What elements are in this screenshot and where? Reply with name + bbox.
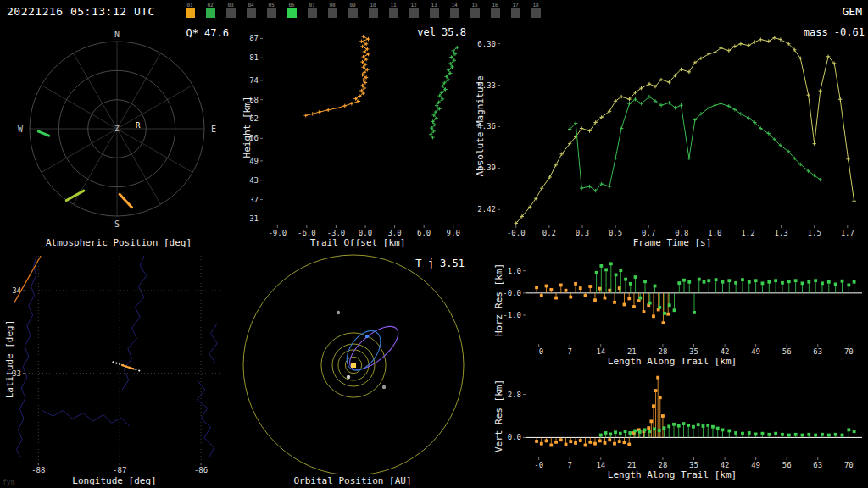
svg-text:87: 87 xyxy=(249,34,259,42)
svg-text:1.3: 1.3 xyxy=(774,229,787,237)
ground-map-plot: -88-87-863433 xyxy=(0,252,229,474)
orbital-position-plot xyxy=(231,252,475,474)
svg-text:1.0: 1.0 xyxy=(708,229,721,237)
svg-text:1.7: 1.7 xyxy=(841,229,854,237)
station-id: 09 xyxy=(349,2,355,8)
svg-text:-0: -0 xyxy=(534,347,543,356)
svg-text:1.2: 1.2 xyxy=(741,229,754,237)
station-id: 14 xyxy=(451,2,457,8)
station-indicator[interactable] xyxy=(267,8,276,18)
svg-text:31: 31 xyxy=(249,214,259,223)
station-indicator[interactable] xyxy=(450,8,459,18)
station-id: 13 xyxy=(431,2,437,8)
svg-text:43: 43 xyxy=(249,176,259,185)
svg-text:0.8: 0.8 xyxy=(675,229,688,237)
station-indicator[interactable] xyxy=(206,8,215,18)
svg-text:56: 56 xyxy=(782,461,792,469)
svg-text:56: 56 xyxy=(782,347,792,356)
longitude-xlabel: Longitude [deg] xyxy=(0,475,229,486)
mass-value: mass -0.61 xyxy=(749,26,865,38)
svg-text:28: 28 xyxy=(659,461,668,469)
svg-text:1.0: 1.0 xyxy=(508,267,521,275)
station-indicator[interactable] xyxy=(531,8,541,18)
svg-text:7: 7 xyxy=(568,347,572,356)
svg-text:7: 7 xyxy=(568,461,572,469)
station-id: 18 xyxy=(532,2,538,8)
station-indicator[interactable] xyxy=(470,8,480,18)
tisserand-value: T_j 3.51 xyxy=(364,258,465,269)
trail-green xyxy=(38,131,48,136)
vert-res-plot: -071421283542495663702.80.0 xyxy=(476,369,868,480)
station-indicator[interactable] xyxy=(348,8,358,18)
series-camera-1 xyxy=(304,35,370,118)
shower-code: GEM xyxy=(843,5,862,18)
station-indicator[interactable] xyxy=(226,8,236,18)
q-star-value: Q* 47.6 xyxy=(127,27,229,39)
sun-marker xyxy=(351,363,356,368)
station-indicator[interactable] xyxy=(511,8,520,18)
svg-text:3.0: 3.0 xyxy=(387,229,401,237)
trail-yellowgreen xyxy=(66,191,84,200)
svg-text:R: R xyxy=(136,121,141,130)
length-along-trail-xlabel-1: Length Along Trail [km] xyxy=(476,356,868,367)
svg-text:63: 63 xyxy=(813,461,822,469)
svg-text:42: 42 xyxy=(721,347,730,356)
series-river-south xyxy=(42,411,130,427)
svg-text:6.0: 6.0 xyxy=(417,229,431,237)
svg-text:35: 35 xyxy=(689,461,698,469)
svg-text:0.2: 0.2 xyxy=(542,229,556,237)
watermark: fym xyxy=(3,479,14,486)
station-id: 16 xyxy=(492,2,498,8)
svg-text:1.5: 1.5 xyxy=(808,229,821,237)
svg-text:0.0: 0.0 xyxy=(359,229,372,237)
svg-text:-6.30: -6.30 xyxy=(476,40,496,48)
svg-text:0.7: 0.7 xyxy=(642,229,655,237)
svg-text:S: S xyxy=(114,219,120,229)
body-a-marker xyxy=(337,311,340,314)
svg-text:21: 21 xyxy=(627,347,637,356)
svg-text:21: 21 xyxy=(627,461,637,469)
svg-text:Z: Z xyxy=(114,125,120,133)
station-id: 11 xyxy=(390,2,396,8)
station-indicator[interactable] xyxy=(389,8,398,18)
latitude-ylabel: Latitude [deg] xyxy=(4,320,15,399)
station-id: 07 xyxy=(309,2,314,8)
body-c-marker xyxy=(347,375,350,379)
vert-res-ylabel: Vert Res [km] xyxy=(493,380,504,452)
lightcurve-plot: -0.00.20.30.50.70.81.01.21.31.51.7-6.30-… xyxy=(476,22,868,237)
station-id: 05 xyxy=(268,2,274,8)
station-indicator[interactable] xyxy=(369,8,378,18)
secondary-orbit xyxy=(340,324,387,376)
length-along-trail-xlabel-2: Length Along Trail [km] xyxy=(476,469,868,480)
svg-text:0.3: 0.3 xyxy=(576,229,589,237)
svg-text:49: 49 xyxy=(751,347,760,356)
station-id: 15 xyxy=(471,2,477,8)
station-id: 08 xyxy=(329,2,335,8)
body-b-marker xyxy=(382,385,386,389)
station-id: 01 xyxy=(186,2,192,8)
station-indicator[interactable] xyxy=(430,8,439,18)
height-offset-plot: -9.0-6.0-3.00.03.06.09.08781746862564943… xyxy=(239,22,476,237)
svg-text:63: 63 xyxy=(813,347,822,356)
station-indicator[interactable] xyxy=(186,8,195,18)
station-indicator[interactable] xyxy=(247,8,256,18)
series-river-southeast xyxy=(197,380,214,458)
svg-text:49: 49 xyxy=(751,461,760,469)
svg-text:-0.0: -0.0 xyxy=(507,229,526,237)
station-indicator[interactable] xyxy=(308,8,317,18)
velocity-value: vel 35.8 xyxy=(366,26,466,38)
svg-text:-86: -86 xyxy=(194,466,208,474)
svg-text:9.0: 9.0 xyxy=(447,229,460,237)
magnitude-ylabel: Absolute Magnitude xyxy=(475,75,486,176)
station-indicator[interactable] xyxy=(491,8,500,18)
svg-text:-1.0: -1.0 xyxy=(503,311,521,319)
atmospheric-position-plot: NSEWZR xyxy=(0,22,237,236)
svg-text:E: E xyxy=(211,125,216,134)
svg-text:70: 70 xyxy=(844,461,854,469)
station-indicator[interactable] xyxy=(328,8,337,18)
station-indicator[interactable] xyxy=(287,8,297,18)
series-ground-track xyxy=(121,365,134,369)
svg-text:-0: -0 xyxy=(534,461,543,469)
station-indicator[interactable] xyxy=(409,8,419,18)
svg-text:2.8: 2.8 xyxy=(508,391,521,399)
